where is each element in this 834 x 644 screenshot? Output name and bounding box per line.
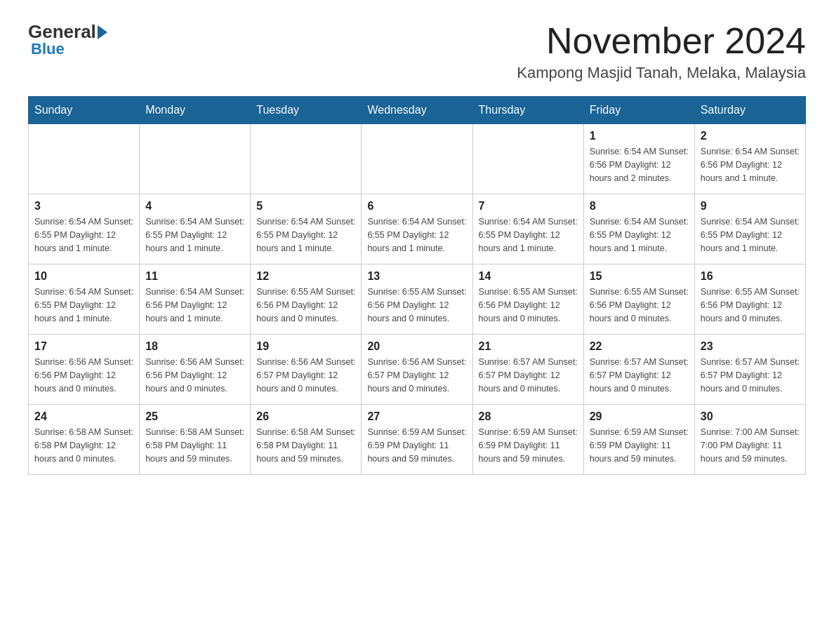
day-cell: 3Sunrise: 6:54 AM Sunset: 6:55 PM Daylig…	[29, 194, 140, 264]
day-number: 6	[367, 200, 466, 213]
day-cell: 20Sunrise: 6:56 AM Sunset: 6:57 PM Dayli…	[362, 335, 472, 405]
day-info: Sunrise: 6:59 AM Sunset: 6:59 PM Dayligh…	[367, 426, 466, 465]
day-number: 19	[256, 340, 355, 353]
day-cell: 5Sunrise: 6:54 AM Sunset: 6:55 PM Daylig…	[251, 194, 362, 264]
day-info: Sunrise: 6:56 AM Sunset: 6:56 PM Dayligh…	[34, 356, 133, 395]
logo: General Blue	[28, 21, 109, 58]
day-number: 10	[34, 270, 133, 283]
day-number: 3	[34, 200, 133, 213]
day-cell: 30Sunrise: 7:00 AM Sunset: 7:00 PM Dayli…	[694, 405, 805, 475]
day-info: Sunrise: 6:59 AM Sunset: 6:59 PM Dayligh…	[479, 426, 578, 465]
day-number: 12	[256, 270, 355, 283]
day-info: Sunrise: 6:57 AM Sunset: 6:57 PM Dayligh…	[590, 356, 689, 395]
day-number: 11	[145, 270, 244, 283]
day-cell: 12Sunrise: 6:55 AM Sunset: 6:56 PM Dayli…	[251, 264, 362, 335]
day-number: 23	[701, 340, 800, 353]
week-row-2: 3Sunrise: 6:54 AM Sunset: 6:55 PM Daylig…	[29, 194, 806, 264]
day-info: Sunrise: 6:54 AM Sunset: 6:56 PM Dayligh…	[145, 286, 244, 325]
day-number: 30	[701, 410, 800, 423]
week-row-3: 10Sunrise: 6:54 AM Sunset: 6:55 PM Dayli…	[29, 264, 806, 335]
header-cell-tuesday: Tuesday	[251, 97, 362, 124]
day-cell	[29, 124, 140, 194]
location-title: Kampong Masjid Tanah, Melaka, Malaysia	[517, 64, 806, 82]
day-info: Sunrise: 6:54 AM Sunset: 6:55 PM Dayligh…	[701, 215, 800, 255]
day-cell: 1Sunrise: 6:54 AM Sunset: 6:56 PM Daylig…	[583, 124, 694, 194]
day-info: Sunrise: 6:54 AM Sunset: 6:56 PM Dayligh…	[590, 145, 689, 185]
day-cell: 11Sunrise: 6:54 AM Sunset: 6:56 PM Dayli…	[140, 264, 251, 335]
day-cell: 21Sunrise: 6:57 AM Sunset: 6:57 PM Dayli…	[472, 335, 583, 405]
day-info: Sunrise: 6:55 AM Sunset: 6:56 PM Dayligh…	[256, 286, 355, 325]
day-number: 22	[590, 340, 689, 353]
day-info: Sunrise: 6:54 AM Sunset: 6:55 PM Dayligh…	[479, 215, 578, 255]
header-cell-sunday: Sunday	[29, 97, 140, 124]
day-info: Sunrise: 6:57 AM Sunset: 6:57 PM Dayligh…	[701, 356, 800, 395]
day-info: Sunrise: 6:58 AM Sunset: 6:58 PM Dayligh…	[145, 426, 244, 465]
day-number: 9	[701, 200, 800, 213]
day-number: 29	[590, 410, 689, 423]
day-number: 1	[590, 130, 689, 142]
day-cell: 2Sunrise: 6:54 AM Sunset: 6:56 PM Daylig…	[694, 124, 805, 194]
day-cell: 6Sunrise: 6:54 AM Sunset: 6:55 PM Daylig…	[362, 194, 472, 264]
day-cell: 22Sunrise: 6:57 AM Sunset: 6:57 PM Dayli…	[583, 335, 694, 405]
logo-blue-text: Blue	[28, 40, 65, 58]
day-cell: 29Sunrise: 6:59 AM Sunset: 6:59 PM Dayli…	[583, 405, 694, 475]
title-area: November 2024 Kampong Masjid Tanah, Mela…	[517, 21, 806, 82]
day-number: 16	[701, 270, 800, 283]
day-number: 18	[145, 340, 244, 353]
day-info: Sunrise: 6:58 AM Sunset: 6:58 PM Dayligh…	[256, 426, 355, 465]
day-cell: 18Sunrise: 6:56 AM Sunset: 6:56 PM Dayli…	[140, 335, 251, 405]
day-cell: 7Sunrise: 6:54 AM Sunset: 6:55 PM Daylig…	[472, 194, 583, 264]
day-info: Sunrise: 6:54 AM Sunset: 6:56 PM Dayligh…	[701, 145, 800, 185]
header-row: SundayMondayTuesdayWednesdayThursdayFrid…	[29, 97, 806, 124]
header-cell-friday: Friday	[583, 97, 694, 124]
day-cell: 8Sunrise: 6:54 AM Sunset: 6:55 PM Daylig…	[583, 194, 694, 264]
day-number: 27	[367, 410, 466, 423]
day-number: 28	[479, 410, 578, 423]
day-cell	[472, 124, 583, 194]
calendar-table: SundayMondayTuesdayWednesdayThursdayFrid…	[28, 96, 806, 475]
day-number: 21	[479, 340, 578, 353]
day-info: Sunrise: 6:57 AM Sunset: 6:57 PM Dayligh…	[479, 356, 578, 395]
day-info: Sunrise: 6:55 AM Sunset: 6:56 PM Dayligh…	[590, 286, 689, 325]
day-info: Sunrise: 6:58 AM Sunset: 6:58 PM Dayligh…	[34, 426, 133, 465]
day-info: Sunrise: 6:54 AM Sunset: 6:55 PM Dayligh…	[367, 215, 466, 255]
day-cell: 16Sunrise: 6:55 AM Sunset: 6:56 PM Dayli…	[694, 264, 805, 335]
day-info: Sunrise: 6:55 AM Sunset: 6:56 PM Dayligh…	[367, 286, 466, 325]
day-number: 5	[256, 200, 355, 213]
day-cell: 13Sunrise: 6:55 AM Sunset: 6:56 PM Dayli…	[362, 264, 472, 335]
header-cell-wednesday: Wednesday	[362, 97, 472, 124]
day-info: Sunrise: 6:56 AM Sunset: 6:57 PM Dayligh…	[367, 356, 466, 395]
day-cell: 19Sunrise: 6:56 AM Sunset: 6:57 PM Dayli…	[251, 335, 362, 405]
day-info: Sunrise: 6:54 AM Sunset: 6:55 PM Dayligh…	[145, 215, 244, 255]
day-number: 24	[34, 410, 133, 423]
week-row-5: 24Sunrise: 6:58 AM Sunset: 6:58 PM Dayli…	[29, 405, 806, 475]
day-cell: 23Sunrise: 6:57 AM Sunset: 6:57 PM Dayli…	[694, 335, 805, 405]
week-row-4: 17Sunrise: 6:56 AM Sunset: 6:56 PM Dayli…	[29, 335, 806, 405]
day-number: 17	[34, 340, 133, 353]
day-number: 7	[479, 200, 578, 213]
day-cell	[251, 124, 362, 194]
day-cell: 9Sunrise: 6:54 AM Sunset: 6:55 PM Daylig…	[694, 194, 805, 264]
month-title: November 2024	[517, 21, 806, 61]
day-number: 8	[590, 200, 689, 213]
day-info: Sunrise: 6:56 AM Sunset: 6:57 PM Dayligh…	[256, 356, 355, 395]
header-cell-thursday: Thursday	[472, 97, 583, 124]
day-number: 15	[590, 270, 689, 283]
day-number: 2	[701, 130, 800, 142]
day-cell: 25Sunrise: 6:58 AM Sunset: 6:58 PM Dayli…	[140, 405, 251, 475]
day-cell: 27Sunrise: 6:59 AM Sunset: 6:59 PM Dayli…	[362, 405, 472, 475]
day-cell: 28Sunrise: 6:59 AM Sunset: 6:59 PM Dayli…	[472, 405, 583, 475]
logo-arrow-icon	[98, 25, 107, 39]
day-cell	[140, 124, 251, 194]
day-info: Sunrise: 6:56 AM Sunset: 6:56 PM Dayligh…	[145, 356, 244, 395]
day-cell	[362, 124, 472, 194]
day-number: 26	[256, 410, 355, 423]
day-cell: 17Sunrise: 6:56 AM Sunset: 6:56 PM Dayli…	[29, 335, 140, 405]
day-info: Sunrise: 6:55 AM Sunset: 6:56 PM Dayligh…	[701, 286, 800, 325]
day-info: Sunrise: 6:54 AM Sunset: 6:55 PM Dayligh…	[256, 215, 355, 255]
day-number: 14	[479, 270, 578, 283]
day-info: Sunrise: 6:54 AM Sunset: 6:55 PM Dayligh…	[34, 286, 133, 325]
day-number: 4	[145, 200, 244, 213]
week-row-1: 1Sunrise: 6:54 AM Sunset: 6:56 PM Daylig…	[29, 124, 806, 194]
day-info: Sunrise: 6:55 AM Sunset: 6:56 PM Dayligh…	[479, 286, 578, 325]
